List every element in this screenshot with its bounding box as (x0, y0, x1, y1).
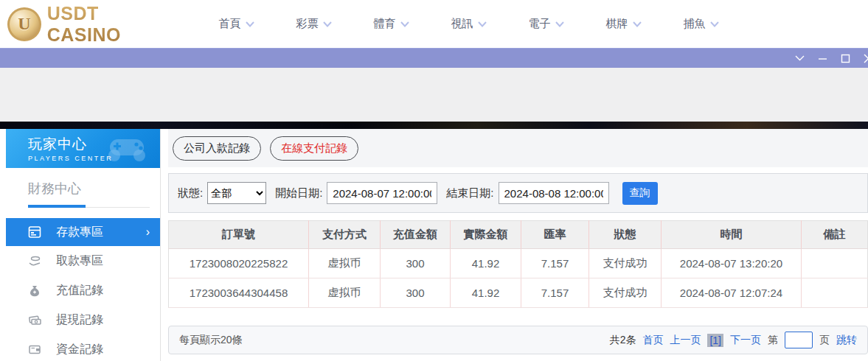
remarks-cell (802, 249, 868, 278)
status-cell: 支付成功 (589, 278, 662, 308)
finance-center-heading: 財務中心 (28, 180, 150, 197)
sidebar-item-fund-records[interactable]: 資金記錄 (6, 334, 160, 361)
recharge-amount-cell: 300 (381, 249, 451, 278)
page-size-text: 每頁顯示20條 (179, 334, 243, 347)
sidebar-item-label: 提現記錄 (56, 312, 103, 328)
jump-label-post: 页 (819, 334, 830, 347)
status-select[interactable]: 全部 (207, 182, 266, 204)
top-header: U USDT CASINO 首頁 彩票 體育 視訊 電子 棋牌 捕魚 (0, 0, 868, 48)
main-area: 玩家中心 PLAYERS CENTER 財務中心 存款專區 › 取款專 (0, 129, 868, 361)
window-title-bar (0, 48, 868, 68)
page-number-input[interactable] (785, 332, 813, 348)
filter-bar: 狀態: 全部 開始日期: 結束日期: 查詢 (168, 173, 868, 213)
sidebar-item-withdraw-records[interactable]: 提現記錄 (6, 305, 160, 334)
money-bag-icon (28, 284, 41, 297)
nav-item-home[interactable]: 首頁 (198, 17, 275, 31)
page-spacer (0, 68, 868, 122)
banknotes-icon (28, 313, 41, 326)
jump-label-pre: 第 (768, 334, 778, 347)
maximize-icon[interactable] (840, 53, 850, 63)
close-icon[interactable] (863, 53, 868, 63)
jump-link[interactable]: 跳转 (836, 334, 857, 347)
col-order-number: 訂單號 (169, 221, 309, 249)
start-date-label: 開始日期: (275, 186, 322, 200)
withdraw-icon (28, 254, 41, 267)
current-page-indicator: [1] (707, 334, 723, 347)
payment-method-cell: 虚拟币 (309, 249, 381, 278)
sidebar-item-label: 取款專區 (56, 253, 103, 269)
nav-item-lottery[interactable]: 彩票 (275, 17, 353, 31)
sidebar-item-label: 充值記錄 (56, 283, 103, 298)
col-time: 時間 (662, 221, 802, 249)
actual-amount-cell: 41.92 (451, 249, 521, 278)
tab-online-payment-records[interactable]: 在線支付記錄 (270, 136, 358, 161)
deposit-icon (28, 225, 41, 239)
prev-page-link[interactable]: 上一页 (670, 334, 701, 347)
payment-method-cell: 虚拟币 (309, 278, 381, 308)
nav-item-cards[interactable]: 棋牌 (585, 17, 662, 31)
sidebar: 玩家中心 PLAYERS CENTER 財務中心 存款專區 › 取款專 (6, 129, 161, 361)
nav-item-slots[interactable]: 電子 (507, 17, 585, 31)
window-dropdown-icon[interactable] (794, 53, 805, 63)
logo[interactable]: U USDT CASINO (7, 3, 177, 46)
banner-strip (0, 122, 868, 129)
remarks-cell (802, 278, 868, 308)
chevron-down-icon (246, 21, 254, 27)
logo-coin-icon: U (7, 7, 41, 41)
sidebar-item-withdraw[interactable]: 取款專區 (6, 246, 160, 276)
time-cell: 2024-08-07 13:20:20 (662, 249, 802, 278)
wallet-icon (28, 343, 41, 356)
sidebar-item-recharge-records[interactable]: 充值記錄 (6, 276, 160, 305)
status-cell: 支付成功 (589, 249, 662, 278)
next-page-link[interactable]: 下一页 (730, 334, 761, 347)
actual-amount-cell: 41.92 (451, 278, 521, 308)
logo-initial: U (18, 14, 30, 34)
pager: 共2条 首页 上一页 [1] 下一页 第 页 跳转 (610, 332, 857, 348)
sidebar-item-label: 存款專區 (56, 225, 103, 240)
record-tabs: 公司入款記錄 在線支付記錄 (168, 129, 868, 167)
chevron-down-icon (555, 21, 564, 27)
chevron-down-icon (400, 21, 409, 27)
col-recharge-amount: 充值金額 (381, 221, 451, 249)
search-button[interactable]: 查詢 (622, 182, 658, 205)
end-date-input[interactable] (499, 182, 609, 204)
table-header-row: 訂單號 支付方式 充值金額 實際金額 匯率 狀態 時間 備註 (169, 221, 868, 249)
order-number-cell: 1723008020225822 (169, 249, 309, 278)
chevron-down-icon (710, 21, 719, 27)
minimize-icon[interactable] (817, 53, 827, 63)
main-nav: 首頁 彩票 體育 視訊 電子 棋牌 捕魚 (198, 17, 740, 31)
content-panel: 公司入款記錄 在線支付記錄 狀態: 全部 開始日期: 結束日期: 查詢 訂單號 … (168, 129, 868, 361)
first-page-link[interactable]: 首页 (642, 334, 663, 347)
table-row: 1723003644304458 虚拟币 300 41.92 7.157 支付成… (169, 278, 868, 308)
gamepad-icon (104, 133, 150, 163)
status-label: 狀態: (178, 186, 203, 200)
col-payment-method: 支付方式 (309, 221, 381, 249)
sidebar-item-deposit[interactable]: 存款專區 › (6, 218, 160, 246)
col-actual-amount: 實際金額 (451, 221, 521, 249)
exchange-rate-cell: 7.157 (521, 249, 589, 278)
col-status: 狀態 (589, 221, 662, 249)
nav-item-sports[interactable]: 體育 (353, 17, 430, 31)
end-date-label: 結束日期: (446, 186, 493, 200)
nav-item-live[interactable]: 視訊 (430, 17, 507, 31)
tab-company-deposit-records[interactable]: 公司入款記錄 (173, 136, 261, 161)
recharge-amount-cell: 300 (381, 278, 451, 308)
table-row: 1723008020225822 虚拟币 300 41.92 7.157 支付成… (169, 249, 868, 278)
window-controls (794, 49, 868, 68)
col-exchange-rate: 匯率 (521, 221, 589, 249)
order-number-cell: 1723003644304458 (169, 278, 309, 308)
nav-item-fishing[interactable]: 捕魚 (662, 17, 740, 31)
chevron-down-icon (323, 21, 332, 27)
chevron-down-icon (478, 21, 487, 27)
records-table: 訂單號 支付方式 充值金額 實際金額 匯率 狀態 時間 備註 172300802… (168, 220, 868, 308)
exchange-rate-cell: 7.157 (521, 278, 589, 308)
players-center-header: 玩家中心 PLAYERS CENTER (6, 129, 160, 168)
col-remarks: 備註 (802, 221, 868, 249)
total-count: 共2条 (610, 334, 636, 347)
start-date-input[interactable] (327, 182, 437, 204)
chevron-right-icon: › (146, 225, 150, 239)
logo-text: USDT CASINO (47, 3, 177, 46)
chevron-down-icon (633, 21, 642, 27)
pagination-bar: 每頁顯示20條 共2条 首页 上一页 [1] 下一页 第 页 跳转 (168, 326, 868, 354)
sidebar-menu: 存款專區 › 取款專區 充值記錄 提現記錄 資金記錄 (6, 218, 160, 361)
